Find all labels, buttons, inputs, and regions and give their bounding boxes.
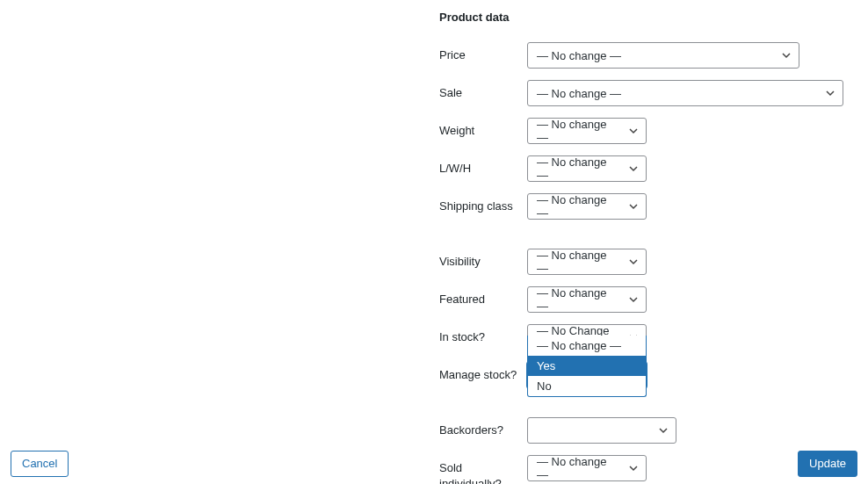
- chevron-down-icon: [781, 50, 792, 61]
- cancel-button[interactable]: Cancel: [11, 451, 69, 477]
- row-weight: Weight — No change —: [439, 118, 843, 144]
- chevron-down-icon: [658, 425, 669, 436]
- row-lwh: L/W/H — No change —: [439, 155, 843, 182]
- manage-stock-option-no-change[interactable]: — No change —: [528, 336, 646, 356]
- select-backorders[interactable]: [527, 417, 676, 444]
- chevron-down-icon: [628, 294, 639, 305]
- select-sale[interactable]: — No change —: [527, 80, 843, 106]
- chevron-down-icon: [825, 88, 835, 98]
- label-visibility: Visibility: [439, 249, 527, 270]
- row-backorders: Backorders?: [439, 417, 843, 444]
- select-shipping-class-value: — No change —: [537, 193, 621, 220]
- row-sale: Sale — No change —: [439, 80, 843, 106]
- select-weight-value: — No change —: [537, 118, 621, 144]
- row-visibility: Visibility — No change —: [439, 249, 843, 275]
- select-weight[interactable]: — No change —: [527, 118, 647, 144]
- chevron-down-icon: [628, 256, 639, 267]
- select-featured[interactable]: — No change —: [527, 286, 647, 313]
- select-visibility-value: — No change —: [537, 249, 621, 275]
- label-weight: Weight: [439, 118, 527, 139]
- label-backorders: Backorders?: [439, 417, 527, 438]
- label-sale: Sale: [439, 80, 527, 101]
- manage-stock-option-yes[interactable]: Yes: [528, 356, 646, 376]
- label-shipping-class: Shipping class: [439, 193, 527, 237]
- footer: Cancel Update: [0, 451, 868, 477]
- select-lwh[interactable]: — No change —: [527, 155, 647, 182]
- label-featured: Featured: [439, 286, 527, 307]
- chevron-down-icon: [628, 126, 639, 136]
- select-price[interactable]: — No change —: [527, 42, 799, 69]
- select-featured-value: — No change —: [537, 286, 621, 313]
- chevron-down-icon: [628, 163, 639, 174]
- label-lwh: L/W/H: [439, 155, 527, 177]
- manage-stock-option-no[interactable]: No: [528, 376, 646, 396]
- manage-stock-dropdown[interactable]: — No change — Yes No: [527, 336, 647, 397]
- row-price: Price — No change —: [439, 42, 843, 69]
- label-price: Price: [439, 42, 527, 63]
- section-title: Product data: [439, 11, 509, 24]
- update-button[interactable]: Update: [798, 451, 857, 477]
- row-featured: Featured — No change —: [439, 286, 843, 313]
- row-shipping-class: Shipping class — No change —: [439, 193, 843, 237]
- select-lwh-value: — No change —: [537, 155, 621, 182]
- select-price-value: — No change —: [537, 49, 621, 62]
- label-in-stock: In stock?: [439, 324, 527, 345]
- product-data-form: Price — No change — Sale — No change — W…: [439, 42, 843, 484]
- chevron-down-icon: [628, 201, 639, 212]
- select-sale-value: — No change —: [537, 87, 621, 100]
- label-manage-stock: Manage stock?: [439, 362, 527, 406]
- select-visibility[interactable]: — No change —: [527, 249, 647, 275]
- select-shipping-class[interactable]: — No change —: [527, 193, 647, 220]
